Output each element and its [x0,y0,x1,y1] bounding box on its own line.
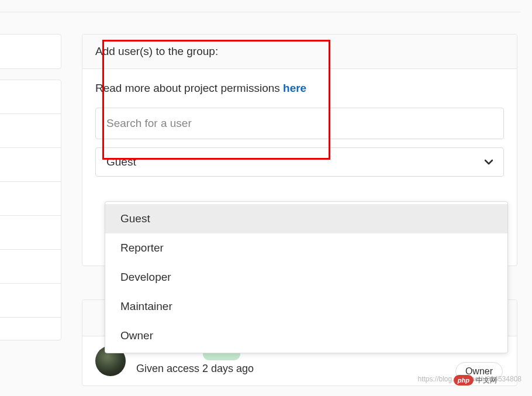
sidebar-row[interactable] [0,216,61,250]
role-option-maintainer[interactable]: Maintainer [105,292,507,321]
php-badge-icon: php [454,375,474,385]
card-header: Add user(s) to the group: [82,35,517,69]
role-option-guest[interactable]: Guest [105,204,507,233]
sidebar-row[interactable] [0,148,61,182]
permissions-text: Read more about project permissions here [95,82,504,95]
card-title: Add user(s) to the group: [95,45,218,57]
role-option-reporter[interactable]: Reporter [105,233,507,263]
role-option-owner[interactable]: Owner [105,321,507,350]
sidebar-row[interactable] [0,182,61,216]
sidebar-row[interactable] [0,284,61,318]
sidebar-card-2 [0,80,61,340]
sidebar-row[interactable] [0,114,61,148]
left-sidebar: cts: 0 [0,34,61,369]
search-user-input[interactable] [95,108,504,139]
sidebar-row[interactable] [0,80,61,114]
watermark-badge: php 中文网 [454,374,497,385]
sidebar-row[interactable] [0,250,61,284]
role-selected-value: Guest [106,156,136,168]
role-dropdown-menu: Guest Reporter Developer Maintainer Owne… [105,201,508,353]
top-divider [0,12,520,12]
chevron-down-icon [485,157,493,167]
member-access-text: Given access 2 days ago [136,363,254,375]
role-select[interactable]: Guest [95,147,504,177]
sidebar-card-1 [0,34,61,69]
sidebar-row[interactable] [0,318,61,340]
sidebar-row[interactable] [0,35,61,68]
role-option-developer[interactable]: Developer [105,263,507,292]
projects-count: cts: 0 [0,351,61,369]
permissions-link[interactable]: here [283,82,306,94]
php-badge-text: 中文网 [476,376,497,385]
